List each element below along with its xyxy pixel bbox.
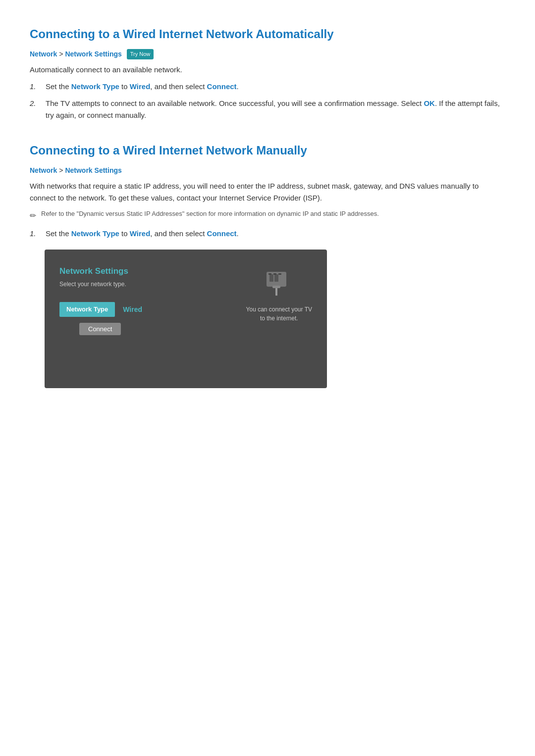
network-type-row: Network Type Wired — [59, 302, 236, 317]
breadcrumb-section1: Network > Network Settings Try Now — [30, 49, 505, 59]
network-type-highlight: Network Type — [71, 82, 119, 91]
section2-wired-highlight: Wired — [130, 229, 151, 238]
section1-intro: Automatically connect to an available ne… — [30, 64, 505, 76]
step1-text: Set the Network Type to Wired, and then … — [46, 81, 239, 93]
breadcrumb-section2: Network > Network Settings — [30, 165, 505, 176]
svg-rect-4 — [268, 273, 271, 275]
section2-step1-number: 1. — [30, 228, 40, 240]
panel-left-content: Network Settings Select your network typ… — [59, 264, 236, 373]
network-settings-panel: Network Settings Select your network typ… — [45, 250, 327, 388]
section2-intro: With networks that require a static IP a… — [30, 180, 505, 204]
section2-step1-text: Set the Network Type to Wired, and then … — [46, 228, 239, 240]
breadcrumb-network-settings-link[interactable]: Network Settings — [65, 49, 121, 59]
svg-rect-6 — [278, 273, 281, 275]
network-type-label: Network Type — [59, 302, 115, 317]
breadcrumb-separator: > — [59, 49, 63, 59]
section2-steps: 1. Set the Network Type to Wired, and th… — [30, 228, 505, 240]
breadcrumb-network-link[interactable]: Network — [30, 49, 57, 59]
network-type-value: Wired — [123, 304, 142, 315]
section2-network-type-highlight: Network Type — [71, 229, 119, 238]
breadcrumb2-network-link[interactable]: Network — [30, 165, 57, 176]
section1-steps: 1. Set the Network Type to Wired, and th… — [30, 81, 505, 121]
panel-subtitle: Select your network type. — [59, 280, 236, 289]
try-now-badge[interactable]: Try Now — [127, 49, 154, 60]
svg-rect-7 — [272, 286, 280, 288]
caption-line1: You can connect your TV — [246, 306, 312, 313]
svg-rect-5 — [273, 273, 276, 275]
svg-rect-1 — [269, 274, 273, 282]
caption-line2: to the internet. — [260, 315, 298, 322]
ok-highlight: OK — [424, 99, 435, 107]
section2-title: Connecting to a Wired Internet Network M… — [30, 141, 505, 160]
wired-highlight: Wired — [130, 82, 151, 91]
connect-button[interactable]: Connect — [79, 323, 121, 335]
section1-step1: 1. Set the Network Type to Wired, and th… — [30, 81, 505, 93]
section2-connect-highlight: Connect — [207, 229, 237, 238]
pencil-icon: ✏ — [30, 209, 36, 222]
svg-rect-2 — [274, 274, 278, 282]
connect-highlight: Connect — [207, 82, 237, 91]
panel-title: Network Settings — [59, 264, 236, 278]
step2-number: 2. — [30, 98, 40, 109]
panel-right-content: You can connect your TV to the internet. — [246, 264, 312, 373]
section2-step1: 1. Set the Network Type to Wired, and th… — [30, 228, 505, 240]
note-text: Refer to the "Dynamic versus Static IP A… — [41, 209, 379, 219]
panel-caption: You can connect your TV to the internet. — [246, 305, 312, 323]
breadcrumb2-separator: > — [59, 165, 63, 176]
step1-number: 1. — [30, 81, 40, 93]
note-item: ✏ Refer to the "Dynamic versus Static IP… — [30, 209, 505, 222]
section1-title: Connecting to a Wired Internet Network A… — [30, 25, 505, 44]
breadcrumb2-network-settings-link[interactable]: Network Settings — [65, 165, 121, 176]
ethernet-icon — [262, 269, 296, 299]
section2-container: Connecting to a Wired Internet Network M… — [30, 141, 505, 388]
section1-step2: 2. The TV attempts to connect to an avai… — [30, 98, 505, 121]
step2-text: The TV attempts to connect to an availab… — [46, 98, 505, 121]
